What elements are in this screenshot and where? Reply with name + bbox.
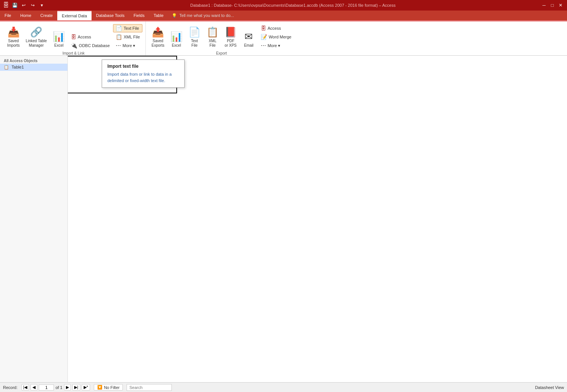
email-label: Email	[244, 43, 254, 48]
main-area: Import text file Import data from or lin…	[68, 56, 567, 382]
title-text: Database1 : Database- C:\Users\ovpsa\Doc…	[190, 3, 396, 8]
table1-label: Table1	[12, 65, 24, 69]
pdf-xps-button[interactable]: 📕 PDFor XPS	[222, 23, 239, 50]
tooltip-title: Import text file	[107, 64, 179, 69]
menu-file[interactable]: File	[0, 11, 16, 20]
ribbon-small-group-export: 🗄 Access 📝 Word Merge ⋯ More ▾	[258, 24, 294, 50]
more-import-icon: ⋯	[116, 43, 121, 49]
ribbon-small-group-left: 🗄 Access 🔌 ODBC Database	[68, 33, 112, 50]
tooltip-description: Import data from or link to data in a de…	[107, 71, 179, 84]
more-export-button[interactable]: ⋯ More ▾	[258, 41, 294, 50]
tell-me-search[interactable]: 💡 Tell me what you want to do...	[168, 11, 238, 20]
email-icon: ✉	[243, 31, 255, 43]
saved-exports-button[interactable]: 📤 SavedExports	[149, 23, 167, 50]
access-export-button[interactable]: 🗄 Access	[258, 24, 294, 32]
xml-file-export-button[interactable]: 📋 XMLFile	[204, 23, 221, 50]
maximize-btn[interactable]: □	[549, 2, 556, 9]
linked-table-manager-label: Linked TableManager	[26, 39, 47, 48]
excel-import-label: Excel	[54, 43, 63, 48]
view-label: Datasheet View	[535, 385, 564, 390]
access-import-button[interactable]: 🗄 Access	[68, 33, 112, 41]
menu-bar: File Home Create External Data Database …	[0, 11, 567, 20]
text-file-import-button[interactable]: 📄 Text File	[113, 24, 142, 32]
access-export-label: Access	[267, 26, 281, 31]
ribbon-small-group-right: 📄 Text File 📋 XML File ⋯ More ▾	[113, 24, 142, 50]
window-controls: ─ □ ✕	[541, 2, 564, 9]
sidebar: All Access Objects 📋 Table1	[0, 56, 68, 382]
linked-table-manager-icon: 🔗	[30, 26, 42, 38]
record-last-btn[interactable]: ▶|	[72, 384, 80, 390]
text-file-import-icon: 📄	[116, 25, 122, 31]
record-label: Record:	[3, 385, 18, 390]
app-body: All Access Objects 📋 Table1 Import text …	[0, 56, 567, 382]
tell-me-text: Tell me what you want to do...	[179, 13, 234, 18]
odbc-database-button[interactable]: 🔌 ODBC Database	[68, 41, 112, 50]
email-button[interactable]: ✉ Email	[240, 23, 257, 50]
record-next-btn[interactable]: ▶	[64, 384, 71, 390]
access-import-icon: 🗄	[71, 34, 76, 40]
close-btn[interactable]: ✕	[557, 2, 564, 9]
ribbon-group-export-label: Export	[149, 50, 294, 56]
table-icon: 📋	[4, 65, 9, 69]
record-of-label: of 1	[55, 385, 62, 390]
lightbulb-icon: 💡	[172, 13, 177, 18]
title-bar: 🗄 💾 ↩ ↪ ▾ Database1 : Database- C:\Users…	[0, 0, 567, 11]
record-current-input[interactable]	[39, 384, 54, 390]
word-merge-label: Word Merge	[269, 35, 291, 39]
more-export-label: More ▾	[267, 43, 280, 48]
tooltip-popup: Import text file Import data from or lin…	[102, 59, 185, 88]
record-navigation: |◀ ◀ of 1 ▶ ▶| ▶*	[21, 384, 90, 390]
excel-export-icon: 📊	[170, 31, 182, 43]
undo-btn[interactable]: ↩	[20, 2, 27, 9]
saved-exports-label: SavedExports	[151, 39, 164, 48]
menu-table[interactable]: Table	[149, 11, 168, 20]
saved-imports-button[interactable]: 📥 SavedImports	[5, 23, 22, 50]
access-export-icon: 🗄	[261, 25, 266, 31]
ribbon-group-import-link-label: Import & Link	[5, 50, 142, 56]
xml-file-export-label: XMLFile	[209, 39, 217, 48]
text-file-export-button[interactable]: 📄 TextFile	[186, 23, 203, 50]
more-import-label: More ▾	[122, 43, 135, 48]
xml-file-import-button[interactable]: 📋 XML File	[113, 33, 142, 41]
xml-file-import-icon: 📋	[116, 34, 122, 40]
saved-exports-icon: 📤	[152, 26, 164, 38]
window-title: Database1 : Database- C:\Users\ovpsa\Doc…	[45, 3, 541, 8]
no-filter-button[interactable]: 🔽 No Filter	[94, 384, 123, 390]
record-new-btn[interactable]: ▶*	[82, 384, 90, 390]
save-quick-btn[interactable]: 💾	[11, 2, 18, 9]
no-filter-label: No Filter	[104, 385, 120, 390]
menu-database-tools[interactable]: Database Tools	[92, 11, 129, 20]
excel-import-button[interactable]: 📊 Excel	[50, 23, 67, 50]
excel-export-button[interactable]: 📊 Excel	[168, 23, 185, 50]
more-export-icon: ⋯	[261, 43, 266, 49]
search-input[interactable]	[127, 384, 172, 391]
excel-export-label: Excel	[172, 43, 181, 48]
xml-file-import-label: XML File	[124, 35, 140, 39]
ribbon-group-export: 📤 SavedExports 📊 Excel 📄 TextFile 📋 XMLF…	[146, 21, 297, 55]
menu-fields[interactable]: Fields	[129, 11, 149, 20]
minimize-btn[interactable]: ─	[541, 2, 547, 9]
menu-external-data[interactable]: External Data	[57, 11, 92, 20]
sidebar-item-table1[interactable]: 📋 Table1	[0, 64, 67, 71]
linked-table-manager-button[interactable]: 🔗 Linked TableManager	[23, 23, 49, 50]
saved-imports-label: SavedImports	[7, 39, 20, 48]
text-file-import-label: Text File	[124, 26, 139, 31]
ribbon: 📥 SavedImports 🔗 Linked TableManager 📊 E…	[0, 20, 567, 56]
title-bar-left: 🗄 💾 ↩ ↪ ▾	[3, 2, 45, 9]
menu-create[interactable]: Create	[36, 11, 57, 20]
saved-imports-icon: 📥	[8, 26, 20, 38]
record-first-btn[interactable]: |◀	[21, 384, 29, 390]
more-import-button[interactable]: ⋯ More ▾	[113, 41, 142, 50]
pdf-xps-label: PDFor XPS	[225, 39, 237, 48]
word-merge-button[interactable]: 📝 Word Merge	[258, 33, 294, 41]
quick-access-dropdown[interactable]: ▾	[38, 2, 45, 9]
sidebar-section-label: All Access Objects	[0, 57, 67, 64]
ribbon-tab-indicator	[0, 20, 567, 21]
odbc-label: ODBC Database	[79, 43, 110, 48]
record-prev-btn[interactable]: ◀	[31, 384, 37, 390]
redo-btn[interactable]: ↪	[29, 2, 36, 9]
word-merge-icon: 📝	[261, 34, 267, 40]
xml-file-export-icon: 📋	[206, 26, 219, 38]
menu-home[interactable]: Home	[16, 11, 36, 20]
access-import-label: Access	[78, 35, 91, 39]
